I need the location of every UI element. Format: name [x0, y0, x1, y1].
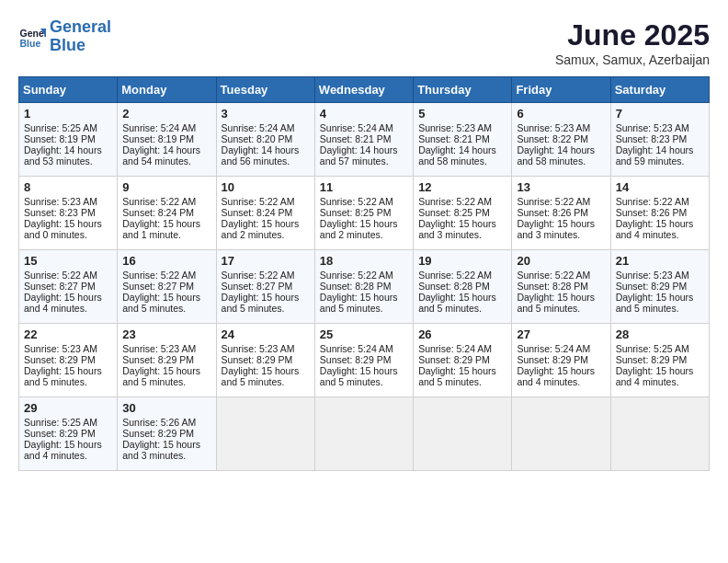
header-cell-friday: Friday: [512, 77, 610, 103]
day-info: and 54 minutes.: [122, 155, 210, 167]
day-number: 2: [122, 107, 210, 121]
day-info: and 5 minutes.: [222, 376, 310, 387]
calendar-cell: 17Sunrise: 5:22 AMSunset: 8:27 PMDayligh…: [216, 250, 314, 324]
calendar-week-2: 8Sunrise: 5:23 AMSunset: 8:23 PMDaylight…: [19, 177, 710, 250]
header-cell-wednesday: Wednesday: [314, 77, 413, 103]
day-info: and 5 minutes.: [517, 303, 605, 314]
day-info: Sunrise: 5:25 AM: [24, 417, 112, 428]
calendar-header: SundayMondayTuesdayWednesdayThursdayFrid…: [19, 77, 710, 103]
day-info: Daylight: 15 hours: [222, 292, 310, 303]
calendar-cell: 9Sunrise: 5:22 AMSunset: 8:24 PMDaylight…: [118, 177, 216, 250]
calendar-cell: 15Sunrise: 5:22 AMSunset: 8:27 PMDayligh…: [19, 250, 118, 324]
day-number: 24: [222, 327, 310, 341]
day-info: Sunrise: 5:22 AM: [122, 196, 210, 207]
day-info: and 59 minutes.: [616, 155, 704, 167]
day-info: Sunrise: 5:25 AM: [616, 343, 704, 354]
day-number: 15: [24, 254, 112, 268]
day-info: Sunset: 8:24 PM: [122, 207, 210, 218]
day-info: Sunrise: 5:26 AM: [122, 417, 210, 428]
day-number: 29: [24, 401, 112, 415]
day-info: Sunset: 8:23 PM: [24, 207, 112, 218]
day-number: 19: [418, 254, 506, 268]
day-info: Sunrise: 5:22 AM: [517, 270, 605, 281]
day-info: Daylight: 14 hours: [616, 144, 704, 155]
day-info: Sunset: 8:25 PM: [320, 207, 408, 218]
day-info: Sunset: 8:25 PM: [418, 207, 506, 218]
day-info: Daylight: 15 hours: [418, 365, 506, 376]
calendar-cell: 21Sunrise: 5:23 AMSunset: 8:29 PMDayligh…: [610, 250, 709, 324]
calendar-week-4: 22Sunrise: 5:23 AMSunset: 8:29 PMDayligh…: [19, 324, 710, 397]
day-info: Daylight: 15 hours: [122, 218, 210, 229]
day-info: Daylight: 15 hours: [320, 292, 408, 303]
day-number: 30: [122, 401, 210, 415]
calendar-week-5: 29Sunrise: 5:25 AMSunset: 8:29 PMDayligh…: [19, 397, 710, 471]
header-row: SundayMondayTuesdayWednesdayThursdayFrid…: [19, 77, 710, 103]
day-info: Daylight: 15 hours: [122, 292, 210, 303]
day-info: and 5 minutes.: [222, 303, 310, 314]
day-info: Sunset: 8:29 PM: [24, 354, 112, 365]
day-info: Sunrise: 5:22 AM: [320, 270, 408, 281]
day-info: Sunset: 8:29 PM: [122, 428, 210, 439]
day-info: Daylight: 15 hours: [222, 365, 310, 376]
day-info: Sunset: 8:20 PM: [222, 133, 310, 144]
day-number: 14: [616, 180, 704, 194]
day-info: Sunrise: 5:23 AM: [418, 122, 506, 133]
day-info: and 58 minutes.: [517, 155, 605, 167]
calendar-cell: 16Sunrise: 5:22 AMSunset: 8:27 PMDayligh…: [118, 250, 216, 324]
day-info: and 5 minutes.: [122, 376, 210, 387]
day-info: and 5 minutes.: [616, 303, 704, 314]
day-info: Daylight: 15 hours: [418, 218, 506, 229]
day-info: Sunrise: 5:23 AM: [24, 343, 112, 354]
day-info: Sunset: 8:22 PM: [517, 133, 605, 144]
day-info: Sunrise: 5:22 AM: [418, 270, 506, 281]
calendar-cell: [414, 397, 512, 471]
day-info: Sunrise: 5:23 AM: [24, 196, 112, 207]
calendar-cell: 8Sunrise: 5:23 AMSunset: 8:23 PMDaylight…: [19, 177, 118, 250]
day-number: 9: [122, 180, 210, 194]
day-number: 27: [517, 327, 605, 341]
calendar-cell: 27Sunrise: 5:24 AMSunset: 8:29 PMDayligh…: [512, 324, 610, 397]
calendar-cell: 5Sunrise: 5:23 AMSunset: 8:21 PMDaylight…: [414, 103, 512, 177]
month-title: June 2025: [555, 18, 710, 52]
day-info: Sunset: 8:27 PM: [24, 281, 112, 292]
day-info: Sunrise: 5:23 AM: [616, 122, 704, 133]
day-info: Daylight: 15 hours: [517, 218, 605, 229]
day-info: Sunrise: 5:24 AM: [320, 343, 408, 354]
calendar-cell: [314, 397, 413, 471]
day-number: 8: [24, 180, 112, 194]
day-info: Sunrise: 5:22 AM: [320, 196, 408, 207]
day-info: and 4 minutes.: [24, 450, 112, 461]
day-info: Sunrise: 5:22 AM: [222, 270, 310, 281]
logo: General Blue General Blue: [18, 18, 111, 55]
day-info: Daylight: 15 hours: [616, 292, 704, 303]
calendar-cell: 29Sunrise: 5:25 AMSunset: 8:29 PMDayligh…: [19, 397, 118, 471]
day-info: Daylight: 14 hours: [320, 144, 408, 155]
day-info: and 2 minutes.: [320, 229, 408, 240]
day-info: Sunrise: 5:24 AM: [418, 343, 506, 354]
day-info: Daylight: 15 hours: [222, 218, 310, 229]
day-info: Sunrise: 5:24 AM: [222, 122, 310, 133]
day-number: 28: [616, 327, 704, 341]
calendar-cell: 18Sunrise: 5:22 AMSunset: 8:28 PMDayligh…: [314, 250, 413, 324]
calendar-cell: 7Sunrise: 5:23 AMSunset: 8:23 PMDaylight…: [610, 103, 709, 177]
day-info: Sunset: 8:29 PM: [616, 354, 704, 365]
day-info: and 4 minutes.: [517, 376, 605, 387]
day-info: Sunrise: 5:22 AM: [24, 270, 112, 281]
day-info: Daylight: 15 hours: [122, 365, 210, 376]
calendar-cell: 4Sunrise: 5:24 AMSunset: 8:21 PMDaylight…: [314, 103, 413, 177]
calendar-cell: 14Sunrise: 5:22 AMSunset: 8:26 PMDayligh…: [610, 177, 709, 250]
day-number: 4: [320, 107, 408, 121]
day-info: Sunset: 8:27 PM: [122, 281, 210, 292]
svg-text:Blue: Blue: [20, 37, 41, 48]
day-info: and 0 minutes.: [24, 229, 112, 240]
calendar-week-1: 1Sunrise: 5:25 AMSunset: 8:19 PMDaylight…: [19, 103, 710, 177]
calendar-cell: 11Sunrise: 5:22 AMSunset: 8:25 PMDayligh…: [314, 177, 413, 250]
calendar-cell: 20Sunrise: 5:22 AMSunset: 8:28 PMDayligh…: [512, 250, 610, 324]
day-number: 11: [320, 180, 408, 194]
page-header: General Blue General Blue June 2025 Samu…: [18, 18, 710, 67]
day-info: Sunrise: 5:24 AM: [517, 343, 605, 354]
location-subtitle: Samux, Samux, Azerbaijan: [555, 52, 710, 67]
day-info: Daylight: 15 hours: [320, 218, 408, 229]
title-block: June 2025 Samux, Samux, Azerbaijan: [555, 18, 710, 67]
calendar-cell: [512, 397, 610, 471]
